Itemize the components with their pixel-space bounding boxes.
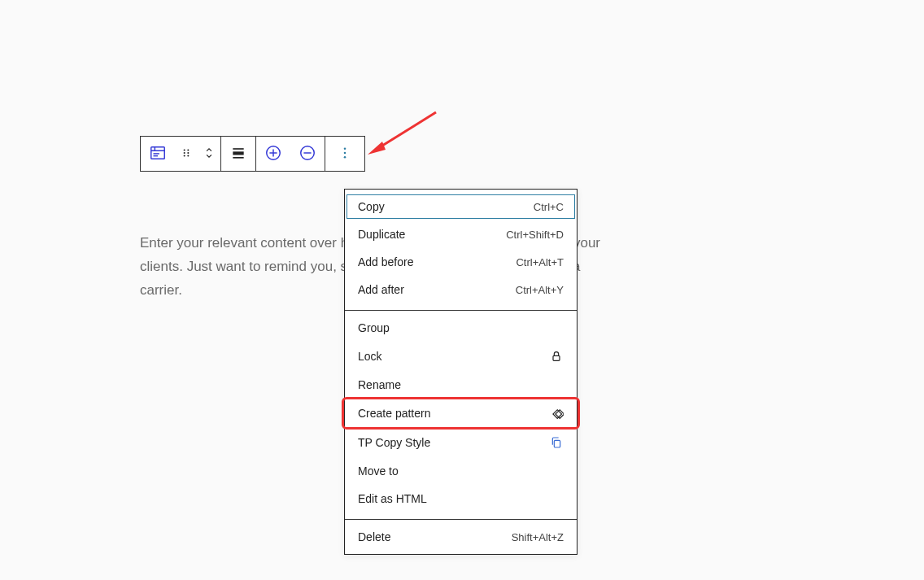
more-options-button[interactable] xyxy=(325,137,364,171)
toolbar-group-2 xyxy=(221,137,256,171)
remove-button[interactable] xyxy=(290,137,325,171)
menu-label: Add before xyxy=(358,255,414,268)
menu-label: Create pattern xyxy=(358,407,431,420)
menu-item-group[interactable]: Group xyxy=(345,314,577,342)
svg-point-8 xyxy=(187,151,189,153)
svg-line-22 xyxy=(376,112,436,150)
menu-shortcut: Ctrl+Shift+D xyxy=(506,229,564,241)
block-type-button[interactable] xyxy=(141,137,175,171)
align-button[interactable] xyxy=(221,137,255,171)
toolbar-group-1 xyxy=(141,137,221,171)
vertical-dots-icon xyxy=(338,146,352,163)
svg-point-9 xyxy=(184,155,185,156)
menu-item-copy[interactable]: Copy Ctrl+C xyxy=(345,193,577,220)
menu-item-edit-html[interactable]: Edit as HTML xyxy=(345,485,577,512)
menu-item-duplicate[interactable]: Duplicate Ctrl+Shift+D xyxy=(345,220,577,248)
menu-shortcut: Ctrl+C xyxy=(534,201,564,213)
pattern-icon xyxy=(549,406,564,421)
svg-point-5 xyxy=(184,149,185,150)
menu-item-rename[interactable]: Rename xyxy=(345,371,577,399)
menu-item-tp-copy-style[interactable]: TP Copy Style xyxy=(345,428,577,457)
block-context-menu: Copy Ctrl+C Duplicate Ctrl+Shift+D Add b… xyxy=(344,189,578,555)
copy-icon xyxy=(549,435,564,450)
svg-point-21 xyxy=(344,155,346,158)
menu-item-create-pattern[interactable]: Create pattern xyxy=(345,399,577,428)
drag-handle-icon xyxy=(181,147,192,161)
menu-label: Duplicate xyxy=(358,228,405,241)
svg-point-7 xyxy=(184,151,185,153)
svg-rect-26 xyxy=(553,410,562,419)
lock-icon xyxy=(549,349,564,364)
drag-handle-button[interactable] xyxy=(175,137,198,171)
svg-point-20 xyxy=(344,151,346,154)
menu-shortcut: Ctrl+Alt+T xyxy=(516,256,564,268)
menu-shortcut: Ctrl+Alt+Y xyxy=(516,284,564,296)
menu-label: Move to xyxy=(358,464,399,478)
menu-label: Edit as HTML xyxy=(358,492,427,505)
add-button[interactable] xyxy=(256,137,290,171)
menu-item-lock[interactable]: Lock xyxy=(345,342,577,371)
block-toolbar xyxy=(140,136,365,172)
menu-shortcut: Shift+Alt+Z xyxy=(512,531,564,543)
block-type-icon xyxy=(149,144,167,164)
plus-circle-icon xyxy=(264,144,282,164)
svg-rect-12 xyxy=(233,151,243,155)
svg-point-19 xyxy=(344,147,346,150)
align-icon xyxy=(230,145,246,164)
svg-rect-24 xyxy=(553,355,560,360)
menu-label: TP Copy Style xyxy=(358,436,430,449)
toolbar-group-4 xyxy=(325,137,364,171)
menu-label: Delete xyxy=(358,530,390,543)
menu-label: Copy xyxy=(358,200,385,213)
menu-label: Rename xyxy=(358,378,401,391)
menu-item-delete[interactable]: Delete Shift+Alt+Z xyxy=(345,523,577,551)
menu-item-add-after[interactable]: Add after Ctrl+Alt+Y xyxy=(345,276,577,303)
chevron-updown-icon xyxy=(203,146,215,163)
menu-label: Add after xyxy=(358,283,404,296)
menu-item-move-to[interactable]: Move to xyxy=(345,457,577,485)
svg-rect-0 xyxy=(151,146,165,159)
menu-item-add-before[interactable]: Add before Ctrl+Alt+T xyxy=(345,248,577,276)
move-updown-button[interactable] xyxy=(198,137,220,171)
svg-marker-23 xyxy=(368,142,386,155)
svg-point-6 xyxy=(187,149,189,150)
minus-circle-icon xyxy=(299,144,316,164)
menu-label: Lock xyxy=(358,350,382,363)
annotation-arrow xyxy=(364,109,446,163)
menu-label: Group xyxy=(358,321,390,334)
svg-rect-27 xyxy=(554,440,560,447)
svg-point-10 xyxy=(187,155,189,156)
toolbar-group-3 xyxy=(256,137,325,171)
